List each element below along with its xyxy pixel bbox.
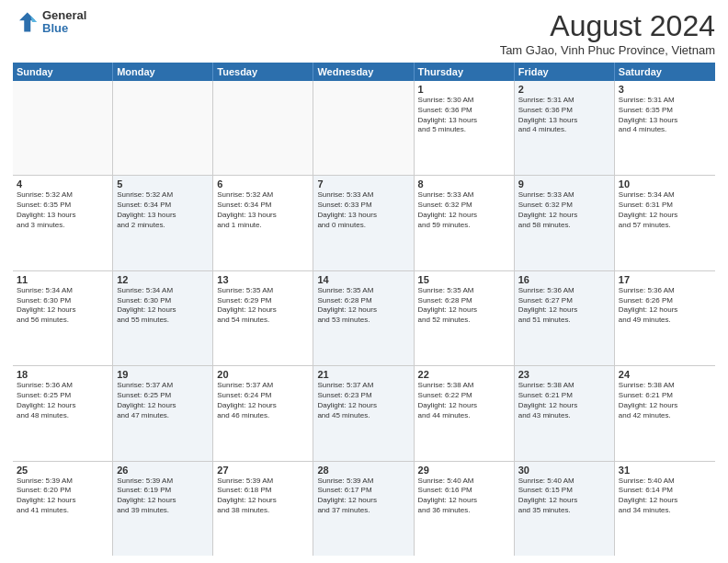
calendar-row-2: 11Sunrise: 5:34 AM Sunset: 6:30 PM Dayli… (13, 271, 715, 366)
day-number: 9 (518, 178, 610, 190)
day-info: Sunrise: 5:36 AM Sunset: 6:27 PM Dayligh… (518, 286, 610, 326)
day-info: Sunrise: 5:39 AM Sunset: 6:17 PM Dayligh… (317, 477, 409, 516)
day-info: Sunrise: 5:39 AM Sunset: 6:20 PM Dayligh… (17, 477, 108, 516)
location: Tam GJao, Vinh Phuc Province, Vietnam (500, 43, 715, 57)
day-cell-28: 28Sunrise: 5:39 AM Sunset: 6:17 PM Dayli… (313, 462, 414, 556)
day-cell-1: 1Sunrise: 5:30 AM Sunset: 6:36 PM Daylig… (415, 81, 515, 175)
weekday-header-monday: Monday (113, 63, 213, 81)
day-cell-16: 16Sunrise: 5:36 AM Sunset: 6:27 PM Dayli… (515, 271, 615, 365)
day-info: Sunrise: 5:35 AM Sunset: 6:29 PM Dayligh… (217, 286, 309, 326)
day-info: Sunrise: 5:37 AM Sunset: 6:25 PM Dayligh… (117, 381, 209, 420)
day-number: 17 (619, 274, 711, 285)
day-number: 29 (418, 465, 510, 476)
calendar-row-4: 25Sunrise: 5:39 AM Sunset: 6:20 PM Dayli… (13, 462, 715, 556)
day-number: 28 (317, 465, 409, 476)
day-info: Sunrise: 5:33 AM Sunset: 6:32 PM Dayligh… (518, 190, 610, 230)
day-info: Sunrise: 5:39 AM Sunset: 6:19 PM Dayligh… (117, 477, 209, 516)
day-number: 18 (17, 369, 108, 380)
day-cell-27: 27Sunrise: 5:39 AM Sunset: 6:18 PM Dayli… (213, 462, 313, 556)
day-number: 2 (518, 84, 610, 95)
day-info: Sunrise: 5:37 AM Sunset: 6:23 PM Dayligh… (317, 381, 409, 420)
weekday-header-saturday: Saturday (615, 63, 715, 81)
day-number: 11 (17, 274, 108, 285)
day-number: 10 (619, 178, 711, 190)
weekday-header-wednesday: Wednesday (313, 63, 414, 81)
calendar-row-0: 1Sunrise: 5:30 AM Sunset: 6:36 PM Daylig… (13, 81, 715, 176)
day-cell-22: 22Sunrise: 5:38 AM Sunset: 6:22 PM Dayli… (415, 366, 515, 460)
day-number: 23 (518, 369, 610, 380)
day-info: Sunrise: 5:35 AM Sunset: 6:28 PM Dayligh… (418, 286, 510, 326)
day-number: 19 (117, 369, 209, 380)
day-number: 25 (17, 465, 108, 476)
header: General Blue August 2024 Tam GJao, Vinh … (13, 9, 715, 57)
calendar-body: 1Sunrise: 5:30 AM Sunset: 6:36 PM Daylig… (13, 81, 715, 556)
day-cell-20: 20Sunrise: 5:37 AM Sunset: 6:24 PM Dayli… (213, 366, 313, 460)
day-number: 16 (518, 274, 610, 285)
day-cell-29: 29Sunrise: 5:40 AM Sunset: 6:16 PM Dayli… (415, 462, 515, 556)
day-cell-31: 31Sunrise: 5:40 AM Sunset: 6:14 PM Dayli… (615, 462, 715, 556)
day-info: Sunrise: 5:32 AM Sunset: 6:34 PM Dayligh… (217, 190, 309, 230)
day-cell-8: 8Sunrise: 5:33 AM Sunset: 6:32 PM Daylig… (415, 176, 515, 270)
day-info: Sunrise: 5:34 AM Sunset: 6:30 PM Dayligh… (17, 286, 108, 326)
day-info: Sunrise: 5:33 AM Sunset: 6:33 PM Dayligh… (317, 190, 409, 230)
day-info: Sunrise: 5:40 AM Sunset: 6:14 PM Dayligh… (619, 477, 711, 516)
day-cell-3: 3Sunrise: 5:31 AM Sunset: 6:35 PM Daylig… (615, 81, 715, 175)
day-cell-9: 9Sunrise: 5:33 AM Sunset: 6:32 PM Daylig… (515, 176, 615, 270)
day-info: Sunrise: 5:31 AM Sunset: 6:35 PM Dayligh… (619, 96, 711, 135)
empty-cell (313, 81, 414, 175)
day-cell-10: 10Sunrise: 5:34 AM Sunset: 6:31 PM Dayli… (615, 176, 715, 270)
day-cell-26: 26Sunrise: 5:39 AM Sunset: 6:19 PM Dayli… (113, 462, 213, 556)
logo: General Blue (13, 9, 86, 36)
day-cell-25: 25Sunrise: 5:39 AM Sunset: 6:20 PM Dayli… (13, 462, 113, 556)
day-info: Sunrise: 5:36 AM Sunset: 6:25 PM Dayligh… (17, 381, 108, 420)
day-info: Sunrise: 5:40 AM Sunset: 6:15 PM Dayligh… (518, 477, 610, 516)
calendar-header: SundayMondayTuesdayWednesdayThursdayFrid… (13, 63, 715, 81)
logo-icon (13, 9, 39, 35)
day-cell-7: 7Sunrise: 5:33 AM Sunset: 6:33 PM Daylig… (313, 176, 414, 270)
logo-general-text: General (42, 9, 86, 22)
day-cell-13: 13Sunrise: 5:35 AM Sunset: 6:29 PM Dayli… (213, 271, 313, 365)
day-number: 30 (518, 465, 610, 476)
empty-cell (13, 81, 113, 175)
day-number: 4 (17, 178, 108, 190)
day-number: 24 (619, 369, 711, 380)
day-info: Sunrise: 5:36 AM Sunset: 6:26 PM Dayligh… (619, 286, 711, 326)
weekday-header-tuesday: Tuesday (213, 63, 313, 81)
weekday-header-sunday: Sunday (13, 63, 113, 81)
weekday-header-friday: Friday (515, 63, 615, 81)
day-cell-24: 24Sunrise: 5:38 AM Sunset: 6:21 PM Dayli… (615, 366, 715, 460)
day-number: 6 (217, 178, 309, 190)
svg-marker-1 (30, 16, 37, 22)
day-info: Sunrise: 5:38 AM Sunset: 6:22 PM Dayligh… (418, 381, 510, 420)
day-info: Sunrise: 5:40 AM Sunset: 6:16 PM Dayligh… (418, 477, 510, 516)
day-info: Sunrise: 5:31 AM Sunset: 6:36 PM Dayligh… (518, 96, 610, 135)
empty-cell (213, 81, 313, 175)
day-number: 3 (619, 84, 711, 95)
day-info: Sunrise: 5:34 AM Sunset: 6:30 PM Dayligh… (117, 286, 209, 326)
month-title: August 2024 (500, 9, 715, 43)
logo-blue-text: Blue (42, 22, 86, 35)
day-info: Sunrise: 5:35 AM Sunset: 6:28 PM Dayligh… (317, 286, 409, 326)
day-info: Sunrise: 5:33 AM Sunset: 6:32 PM Dayligh… (418, 190, 510, 230)
day-number: 14 (317, 274, 409, 285)
day-info: Sunrise: 5:30 AM Sunset: 6:36 PM Dayligh… (418, 96, 510, 135)
calendar-row-3: 18Sunrise: 5:36 AM Sunset: 6:25 PM Dayli… (13, 366, 715, 461)
day-number: 20 (217, 369, 309, 380)
day-info: Sunrise: 5:38 AM Sunset: 6:21 PM Dayligh… (619, 381, 711, 420)
day-number: 5 (117, 178, 209, 190)
calendar: SundayMondayTuesdayWednesdayThursdayFrid… (13, 63, 715, 556)
day-cell-6: 6Sunrise: 5:32 AM Sunset: 6:34 PM Daylig… (213, 176, 313, 270)
day-number: 22 (418, 369, 510, 380)
day-number: 21 (317, 369, 409, 380)
day-info: Sunrise: 5:37 AM Sunset: 6:24 PM Dayligh… (217, 381, 309, 420)
day-number: 31 (619, 465, 711, 476)
day-number: 12 (117, 274, 209, 285)
day-cell-17: 17Sunrise: 5:36 AM Sunset: 6:26 PM Dayli… (615, 271, 715, 365)
day-number: 15 (418, 274, 510, 285)
day-cell-15: 15Sunrise: 5:35 AM Sunset: 6:28 PM Dayli… (415, 271, 515, 365)
day-cell-4: 4Sunrise: 5:32 AM Sunset: 6:35 PM Daylig… (13, 176, 113, 270)
day-info: Sunrise: 5:32 AM Sunset: 6:35 PM Dayligh… (17, 190, 108, 230)
day-info: Sunrise: 5:39 AM Sunset: 6:18 PM Dayligh… (217, 477, 309, 516)
day-cell-11: 11Sunrise: 5:34 AM Sunset: 6:30 PM Dayli… (13, 271, 113, 365)
day-number: 7 (317, 178, 409, 190)
